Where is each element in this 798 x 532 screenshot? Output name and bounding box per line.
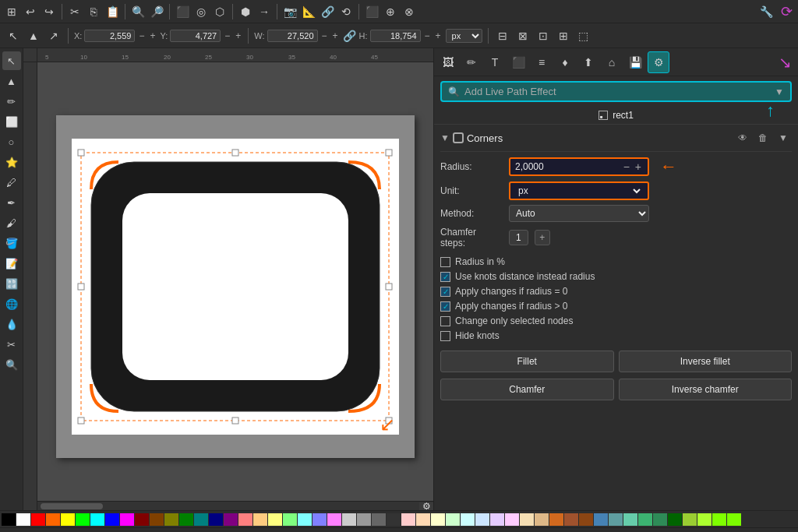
- align-top-icon[interactable]: ⊞: [555, 27, 572, 44]
- palette-color-23[interactable]: [342, 513, 356, 526]
- palette-color-49[interactable]: [727, 513, 741, 526]
- method-select[interactable]: Auto None Round Chamfer: [509, 205, 649, 222]
- checkbox-knots-distance-box[interactable]: ✓: [440, 272, 450, 282]
- corners-checkbox[interactable]: [453, 132, 464, 143]
- checkbox-apply-positive-box[interactable]: ✓: [440, 301, 450, 312]
- palette-color-45[interactable]: [668, 513, 682, 526]
- fill-tool-icon[interactable]: 🪣: [2, 234, 21, 252]
- scroll-icon[interactable]: ⚙: [419, 502, 433, 510]
- chamfer-add-btn[interactable]: +: [535, 230, 550, 245]
- palette-color-11[interactable]: [164, 513, 178, 526]
- zoom-tool[interactable]: ↗: [45, 27, 62, 44]
- palette-color-44[interactable]: [653, 513, 667, 526]
- undo-icon[interactable]: ↩: [22, 3, 39, 20]
- rect-tool-icon[interactable]: ⬜: [2, 112, 21, 131]
- radius-input[interactable]: [515, 161, 620, 172]
- palette-color-47[interactable]: [697, 513, 711, 526]
- palette-color-40[interactable]: [594, 513, 608, 526]
- select-tool[interactable]: ↖: [5, 27, 22, 44]
- align-left-icon[interactable]: ⊟: [494, 27, 511, 44]
- h-value[interactable]: 18,754: [370, 30, 421, 42]
- palette-color-28[interactable]: [416, 513, 430, 526]
- checkbox-apply-zero-box[interactable]: ✓: [440, 287, 450, 297]
- pen-tool-icon[interactable]: 🖊: [2, 173, 21, 192]
- palette-color-27[interactable]: [401, 513, 415, 526]
- zoom-out-icon[interactable]: 🔎: [148, 3, 165, 20]
- cut-icon[interactable]: ✂: [66, 3, 83, 20]
- link-icon[interactable]: 🔗: [319, 3, 336, 20]
- palette-color-19[interactable]: [283, 513, 297, 526]
- radius-minus-btn[interactable]: −: [622, 160, 631, 173]
- unit-select-dropdown[interactable]: px mm cm in: [515, 185, 643, 197]
- palette-color-9[interactable]: [135, 513, 149, 526]
- rotate-icon[interactable]: ⟲: [337, 3, 355, 20]
- palette-color-5[interactable]: [76, 513, 90, 526]
- lock-aspect-icon[interactable]: 🔗: [343, 30, 356, 42]
- copy-icon[interactable]: ⎘: [85, 3, 102, 20]
- corners-delete-icon[interactable]: 🗑: [754, 129, 772, 146]
- palette-color-29[interactable]: [431, 513, 445, 526]
- palette-color-18[interactable]: [268, 513, 282, 526]
- palette-color-48[interactable]: [712, 513, 726, 526]
- checkbox-hide-knots-box[interactable]: [440, 331, 450, 341]
- inverse-fillet-btn[interactable]: Inverse fillet: [619, 351, 793, 372]
- animate-icon[interactable]: ⟳: [778, 3, 795, 20]
- palette-color-34[interactable]: [505, 513, 519, 526]
- palette-color-46[interactable]: [683, 513, 697, 526]
- palette-color-39[interactable]: [579, 513, 593, 526]
- corners-expand-icon[interactable]: ▼: [440, 132, 450, 143]
- panel-stroke-icon[interactable]: ✏: [461, 51, 482, 73]
- lpe-dropdown-icon[interactable]: ▼: [775, 86, 784, 97]
- paste-icon[interactable]: 📋: [104, 3, 121, 20]
- align-right-icon[interactable]: ⊡: [535, 27, 552, 44]
- palette-color-3[interactable]: [46, 513, 60, 526]
- node-icon[interactable]: ◎: [192, 3, 210, 20]
- palette-color-36[interactable]: [535, 513, 549, 526]
- settings-icon[interactable]: 🔧: [757, 3, 775, 20]
- node-edit-tool-icon[interactable]: ▲: [2, 72, 21, 90]
- palette-color-6[interactable]: [90, 513, 104, 526]
- lpe-search-input[interactable]: [464, 86, 770, 97]
- palette-color-17[interactable]: [253, 513, 267, 526]
- w-value[interactable]: 27,520: [267, 30, 318, 42]
- dropper-tool-icon[interactable]: 💧: [2, 315, 21, 333]
- transform-icon[interactable]: ⬡: [211, 3, 228, 20]
- arrow-icon[interactable]: →: [256, 3, 273, 20]
- x-minus[interactable]: −: [137, 30, 146, 41]
- palette-color-32[interactable]: [475, 513, 489, 526]
- add-icon[interactable]: ⊕: [382, 3, 399, 20]
- align-center-icon[interactable]: ⊠: [514, 27, 531, 44]
- panel-export-icon[interactable]: ⬛: [507, 51, 529, 73]
- palette-color-24[interactable]: [357, 513, 371, 526]
- palette-color-16[interactable]: [238, 513, 252, 526]
- palette-color-0[interactable]: [2, 513, 16, 526]
- calligraphy-tool-icon[interactable]: ✒: [2, 193, 21, 212]
- fill-icon[interactable]: ⬛: [174, 3, 191, 20]
- node-tool[interactable]: ▲: [25, 27, 42, 44]
- palette-color-7[interactable]: [105, 513, 119, 526]
- inverse-chamfer-btn[interactable]: Inverse chamfer: [619, 379, 793, 400]
- connector-tool-icon[interactable]: 🔡: [2, 274, 21, 293]
- w-minus[interactable]: −: [320, 30, 329, 41]
- palette-color-15[interactable]: [224, 513, 238, 526]
- unit-select[interactable]: px mm: [446, 29, 482, 43]
- h-plus[interactable]: +: [434, 30, 443, 41]
- x-value[interactable]: 2,559: [84, 30, 135, 42]
- panel-layers-icon[interactable]: ⬆: [577, 51, 599, 73]
- zoom-tool-icon[interactable]: 🔍: [2, 355, 21, 374]
- remove-icon[interactable]: ⊗: [401, 3, 418, 20]
- palette-color-1[interactable]: [16, 513, 30, 526]
- fillet-btn[interactable]: Fillet: [440, 351, 614, 372]
- palette-color-25[interactable]: [372, 513, 386, 526]
- w-plus[interactable]: +: [331, 30, 340, 41]
- star-tool-icon[interactable]: ⭐: [2, 153, 21, 171]
- y-minus[interactable]: −: [223, 30, 231, 41]
- new-icon[interactable]: ⊞: [3, 3, 20, 20]
- gradient-tool-icon[interactable]: 🌐: [2, 294, 21, 313]
- measure-icon[interactable]: 📐: [300, 3, 317, 20]
- palette-color-41[interactable]: [609, 513, 623, 526]
- y-value[interactable]: 4,727: [170, 30, 221, 42]
- palette-color-10[interactable]: [150, 513, 164, 526]
- palette-color-14[interactable]: [209, 513, 223, 526]
- canvas-workspace[interactable]: ↙: [37, 62, 433, 510]
